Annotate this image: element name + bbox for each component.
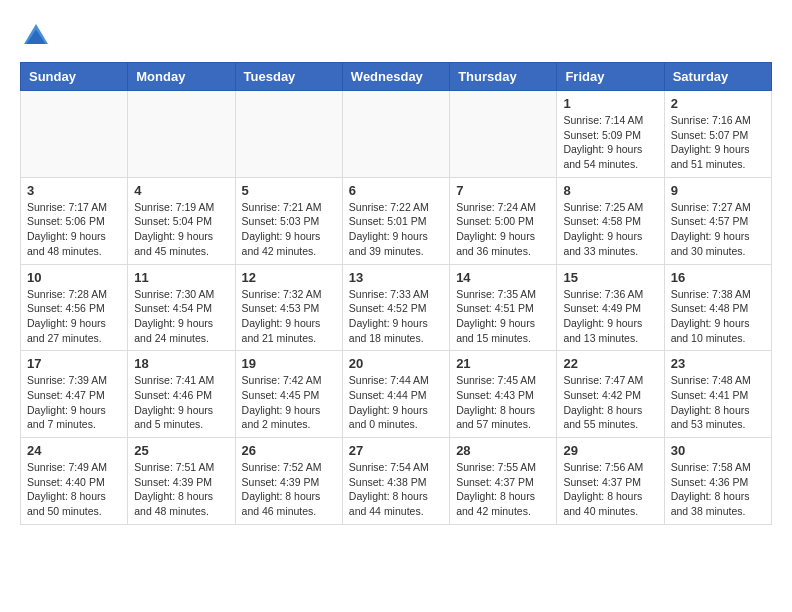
day-number: 13 bbox=[349, 270, 443, 285]
day-number: 10 bbox=[27, 270, 121, 285]
calendar-table: SundayMondayTuesdayWednesdayThursdayFrid… bbox=[20, 62, 772, 525]
calendar-day-cell: 23Sunrise: 7:48 AM Sunset: 4:41 PM Dayli… bbox=[664, 351, 771, 438]
day-info: Sunrise: 7:51 AM Sunset: 4:39 PM Dayligh… bbox=[134, 460, 228, 519]
calendar-day-cell: 13Sunrise: 7:33 AM Sunset: 4:52 PM Dayli… bbox=[342, 264, 449, 351]
calendar-day-cell bbox=[235, 91, 342, 178]
day-info: Sunrise: 7:25 AM Sunset: 4:58 PM Dayligh… bbox=[563, 200, 657, 259]
calendar-day-cell: 3Sunrise: 7:17 AM Sunset: 5:06 PM Daylig… bbox=[21, 177, 128, 264]
day-number: 3 bbox=[27, 183, 121, 198]
day-number: 8 bbox=[563, 183, 657, 198]
day-number: 12 bbox=[242, 270, 336, 285]
calendar-day-cell: 11Sunrise: 7:30 AM Sunset: 4:54 PM Dayli… bbox=[128, 264, 235, 351]
day-info: Sunrise: 7:16 AM Sunset: 5:07 PM Dayligh… bbox=[671, 113, 765, 172]
calendar-day-cell: 21Sunrise: 7:45 AM Sunset: 4:43 PM Dayli… bbox=[450, 351, 557, 438]
calendar-header-row: SundayMondayTuesdayWednesdayThursdayFrid… bbox=[21, 63, 772, 91]
day-number: 16 bbox=[671, 270, 765, 285]
calendar-day-cell: 26Sunrise: 7:52 AM Sunset: 4:39 PM Dayli… bbox=[235, 438, 342, 525]
day-info: Sunrise: 7:49 AM Sunset: 4:40 PM Dayligh… bbox=[27, 460, 121, 519]
day-number: 28 bbox=[456, 443, 550, 458]
day-info: Sunrise: 7:27 AM Sunset: 4:57 PM Dayligh… bbox=[671, 200, 765, 259]
calendar-day-cell: 16Sunrise: 7:38 AM Sunset: 4:48 PM Dayli… bbox=[664, 264, 771, 351]
day-number: 24 bbox=[27, 443, 121, 458]
calendar-day-cell: 18Sunrise: 7:41 AM Sunset: 4:46 PM Dayli… bbox=[128, 351, 235, 438]
calendar-day-cell: 24Sunrise: 7:49 AM Sunset: 4:40 PM Dayli… bbox=[21, 438, 128, 525]
calendar-day-cell bbox=[21, 91, 128, 178]
calendar-week-row: 1Sunrise: 7:14 AM Sunset: 5:09 PM Daylig… bbox=[21, 91, 772, 178]
day-info: Sunrise: 7:39 AM Sunset: 4:47 PM Dayligh… bbox=[27, 373, 121, 432]
day-info: Sunrise: 7:22 AM Sunset: 5:01 PM Dayligh… bbox=[349, 200, 443, 259]
day-number: 6 bbox=[349, 183, 443, 198]
calendar-day-cell: 4Sunrise: 7:19 AM Sunset: 5:04 PM Daylig… bbox=[128, 177, 235, 264]
calendar-day-cell: 22Sunrise: 7:47 AM Sunset: 4:42 PM Dayli… bbox=[557, 351, 664, 438]
day-of-week-header: Sunday bbox=[21, 63, 128, 91]
day-number: 22 bbox=[563, 356, 657, 371]
day-number: 1 bbox=[563, 96, 657, 111]
calendar-day-cell: 20Sunrise: 7:44 AM Sunset: 4:44 PM Dayli… bbox=[342, 351, 449, 438]
day-of-week-header: Friday bbox=[557, 63, 664, 91]
day-info: Sunrise: 7:28 AM Sunset: 4:56 PM Dayligh… bbox=[27, 287, 121, 346]
calendar-week-row: 24Sunrise: 7:49 AM Sunset: 4:40 PM Dayli… bbox=[21, 438, 772, 525]
day-number: 2 bbox=[671, 96, 765, 111]
calendar-day-cell bbox=[128, 91, 235, 178]
calendar-day-cell: 17Sunrise: 7:39 AM Sunset: 4:47 PM Dayli… bbox=[21, 351, 128, 438]
day-number: 18 bbox=[134, 356, 228, 371]
day-info: Sunrise: 7:41 AM Sunset: 4:46 PM Dayligh… bbox=[134, 373, 228, 432]
calendar-day-cell: 1Sunrise: 7:14 AM Sunset: 5:09 PM Daylig… bbox=[557, 91, 664, 178]
calendar-day-cell: 15Sunrise: 7:36 AM Sunset: 4:49 PM Dayli… bbox=[557, 264, 664, 351]
day-number: 27 bbox=[349, 443, 443, 458]
day-of-week-header: Monday bbox=[128, 63, 235, 91]
day-info: Sunrise: 7:47 AM Sunset: 4:42 PM Dayligh… bbox=[563, 373, 657, 432]
day-info: Sunrise: 7:38 AM Sunset: 4:48 PM Dayligh… bbox=[671, 287, 765, 346]
day-number: 26 bbox=[242, 443, 336, 458]
day-info: Sunrise: 7:30 AM Sunset: 4:54 PM Dayligh… bbox=[134, 287, 228, 346]
day-number: 25 bbox=[134, 443, 228, 458]
day-info: Sunrise: 7:24 AM Sunset: 5:00 PM Dayligh… bbox=[456, 200, 550, 259]
day-info: Sunrise: 7:32 AM Sunset: 4:53 PM Dayligh… bbox=[242, 287, 336, 346]
day-info: Sunrise: 7:52 AM Sunset: 4:39 PM Dayligh… bbox=[242, 460, 336, 519]
calendar-day-cell bbox=[342, 91, 449, 178]
page-header bbox=[20, 20, 772, 52]
day-info: Sunrise: 7:33 AM Sunset: 4:52 PM Dayligh… bbox=[349, 287, 443, 346]
day-number: 30 bbox=[671, 443, 765, 458]
day-info: Sunrise: 7:17 AM Sunset: 5:06 PM Dayligh… bbox=[27, 200, 121, 259]
day-of-week-header: Thursday bbox=[450, 63, 557, 91]
calendar-day-cell: 7Sunrise: 7:24 AM Sunset: 5:00 PM Daylig… bbox=[450, 177, 557, 264]
calendar-day-cell: 28Sunrise: 7:55 AM Sunset: 4:37 PM Dayli… bbox=[450, 438, 557, 525]
calendar-day-cell: 27Sunrise: 7:54 AM Sunset: 4:38 PM Dayli… bbox=[342, 438, 449, 525]
logo bbox=[20, 20, 56, 52]
day-number: 17 bbox=[27, 356, 121, 371]
day-info: Sunrise: 7:14 AM Sunset: 5:09 PM Dayligh… bbox=[563, 113, 657, 172]
calendar-day-cell: 30Sunrise: 7:58 AM Sunset: 4:36 PM Dayli… bbox=[664, 438, 771, 525]
day-info: Sunrise: 7:45 AM Sunset: 4:43 PM Dayligh… bbox=[456, 373, 550, 432]
calendar-day-cell: 29Sunrise: 7:56 AM Sunset: 4:37 PM Dayli… bbox=[557, 438, 664, 525]
day-info: Sunrise: 7:35 AM Sunset: 4:51 PM Dayligh… bbox=[456, 287, 550, 346]
day-info: Sunrise: 7:54 AM Sunset: 4:38 PM Dayligh… bbox=[349, 460, 443, 519]
day-info: Sunrise: 7:56 AM Sunset: 4:37 PM Dayligh… bbox=[563, 460, 657, 519]
day-number: 20 bbox=[349, 356, 443, 371]
day-info: Sunrise: 7:55 AM Sunset: 4:37 PM Dayligh… bbox=[456, 460, 550, 519]
calendar-day-cell: 25Sunrise: 7:51 AM Sunset: 4:39 PM Dayli… bbox=[128, 438, 235, 525]
day-info: Sunrise: 7:19 AM Sunset: 5:04 PM Dayligh… bbox=[134, 200, 228, 259]
day-number: 23 bbox=[671, 356, 765, 371]
day-number: 15 bbox=[563, 270, 657, 285]
calendar-day-cell: 2Sunrise: 7:16 AM Sunset: 5:07 PM Daylig… bbox=[664, 91, 771, 178]
day-number: 5 bbox=[242, 183, 336, 198]
calendar-day-cell bbox=[450, 91, 557, 178]
day-number: 29 bbox=[563, 443, 657, 458]
calendar-day-cell: 6Sunrise: 7:22 AM Sunset: 5:01 PM Daylig… bbox=[342, 177, 449, 264]
day-number: 4 bbox=[134, 183, 228, 198]
day-info: Sunrise: 7:44 AM Sunset: 4:44 PM Dayligh… bbox=[349, 373, 443, 432]
calendar-day-cell: 5Sunrise: 7:21 AM Sunset: 5:03 PM Daylig… bbox=[235, 177, 342, 264]
calendar-day-cell: 12Sunrise: 7:32 AM Sunset: 4:53 PM Dayli… bbox=[235, 264, 342, 351]
day-number: 21 bbox=[456, 356, 550, 371]
calendar-week-row: 10Sunrise: 7:28 AM Sunset: 4:56 PM Dayli… bbox=[21, 264, 772, 351]
day-of-week-header: Tuesday bbox=[235, 63, 342, 91]
day-info: Sunrise: 7:58 AM Sunset: 4:36 PM Dayligh… bbox=[671, 460, 765, 519]
calendar-week-row: 3Sunrise: 7:17 AM Sunset: 5:06 PM Daylig… bbox=[21, 177, 772, 264]
day-info: Sunrise: 7:42 AM Sunset: 4:45 PM Dayligh… bbox=[242, 373, 336, 432]
day-number: 9 bbox=[671, 183, 765, 198]
calendar-day-cell: 10Sunrise: 7:28 AM Sunset: 4:56 PM Dayli… bbox=[21, 264, 128, 351]
day-number: 14 bbox=[456, 270, 550, 285]
day-number: 7 bbox=[456, 183, 550, 198]
day-info: Sunrise: 7:36 AM Sunset: 4:49 PM Dayligh… bbox=[563, 287, 657, 346]
